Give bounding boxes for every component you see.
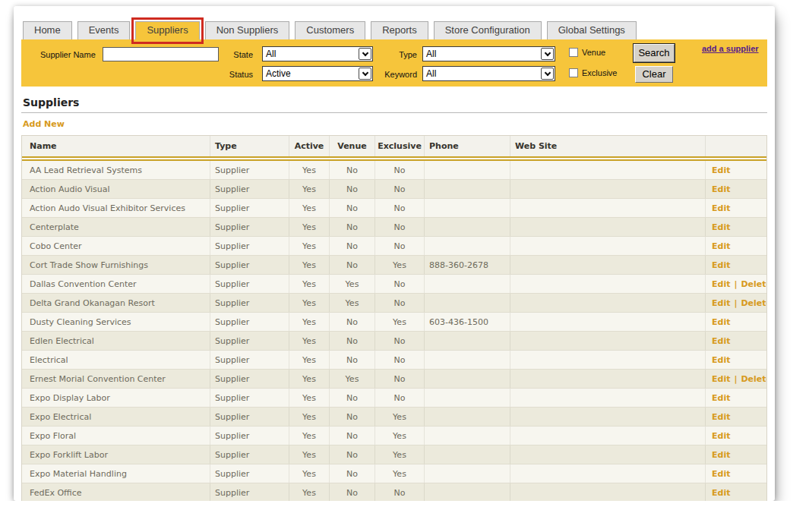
tab-home[interactable]: Home [23,21,72,39]
cell-phone [425,370,510,388]
search-button[interactable]: Search [634,44,675,62]
state-select[interactable]: All [262,46,373,61]
edit-link[interactable]: Edit [712,165,730,175]
cell-phone [425,351,510,369]
edit-link[interactable]: Edit [712,203,730,213]
edit-link[interactable]: Edit [712,222,730,232]
edit-link[interactable]: Edit [712,431,730,441]
edit-link[interactable]: Edit [712,317,730,327]
cell-exclusive: Yes [375,427,425,445]
cell-active: Yes [289,294,330,312]
supplier-name-input[interactable] [103,47,219,61]
cell-actions: Edit|Delete [706,275,766,293]
tab-customers[interactable]: Customers [295,21,365,39]
cell-active: Yes [289,483,330,501]
cell-website [510,294,706,312]
edit-link[interactable]: Edit [712,298,730,308]
table-row: AA Lead Retrieval Systems Supplier Yes N… [22,161,766,180]
table-row: Ernest Morial Convention Center Supplier… [22,370,766,389]
edit-link[interactable]: Edit [712,450,730,460]
edit-link[interactable]: Edit [712,374,730,384]
keyword-select[interactable]: All [422,66,555,81]
cell-exclusive: No [375,389,425,407]
tab-events[interactable]: Events [77,21,131,39]
venue-checkbox[interactable]: Venue [569,48,605,57]
cell-venue: No [330,256,375,274]
supplier-name-label: Supplier Name [40,50,96,59]
page-title: Suppliers [23,96,767,109]
cell-phone [425,332,510,350]
table-header-row: NameTypeActiveVenueExclusivePhoneWeb Sit… [22,136,766,156]
cell-name: Delta Grand Okanagan Resort [22,294,210,312]
table-row: Action Audio Visual Supplier Yes No No E… [22,180,766,199]
status-label: Status [215,70,253,79]
cell-name: Expo Material Handling [22,464,210,483]
cell-website [510,237,706,255]
cell-active: Yes [289,332,330,350]
cell-website [510,464,706,483]
cell-name: AA Lead Retrieval Systems [22,161,210,179]
cell-name: Electrical [22,351,210,369]
chevron-down-icon [541,68,554,80]
exclusive-checkbox-box[interactable] [569,68,578,77]
action-separator: | [734,298,737,308]
table-row: Edlen Electrical Supplier Yes No No Edit [22,332,766,351]
delete-link[interactable]: Delete [741,279,766,289]
cell-actions: Edit [706,408,766,426]
cell-exclusive: Yes [375,313,425,331]
tab-reports[interactable]: Reports [371,21,428,39]
cell-actions: Edit [706,180,766,198]
edit-link[interactable]: Edit [712,260,730,270]
edit-link[interactable]: Edit [712,336,730,346]
cell-venue: No [330,180,375,198]
edit-link[interactable]: Edit [712,469,730,479]
type-label: Type [377,50,417,59]
cell-exclusive: No [375,483,425,501]
cell-venue: Yes [330,275,375,293]
add-a-supplier-link[interactable]: add a supplier [702,44,759,53]
cell-type: Supplier [210,313,289,331]
table-row: Electrical Supplier Yes No No Edit [22,351,766,370]
cell-venue: No [330,445,375,464]
edit-link[interactable]: Edit [712,355,730,365]
cell-website [510,218,706,236]
tab-global-settings[interactable]: Global Settings [547,21,637,39]
cell-actions: Edit [706,464,766,483]
cell-exclusive: Yes [375,464,425,483]
cell-active: Yes [289,408,330,426]
tab-non-suppliers[interactable]: Non Suppliers [205,21,290,39]
edit-link[interactable]: Edit [712,184,730,194]
type-select-value: All [426,49,436,59]
edit-link[interactable]: Edit [712,393,730,403]
cell-exclusive: Yes [375,256,425,274]
cell-active: Yes [289,427,330,445]
edit-link[interactable]: Edit [712,412,730,422]
supplier-filter-bar: Supplier Name State All Status Active Ty… [21,39,767,87]
cell-venue: No [330,483,375,501]
cell-active: Yes [289,464,330,483]
edit-link[interactable]: Edit [712,241,730,251]
cell-phone: 888-360-2678 [425,256,510,274]
exclusive-checkbox[interactable]: Exclusive [569,68,617,77]
edit-link[interactable]: Edit [712,488,730,498]
cell-venue: No [330,389,375,407]
cell-name: Expo Forklift Labor [22,445,210,464]
delete-link[interactable]: Delete [741,374,766,384]
status-select[interactable]: Active [262,66,373,81]
tab-store-configuration[interactable]: Store Configuration [434,21,542,39]
cell-phone [425,294,510,312]
type-select[interactable]: All [422,46,555,61]
clear-button[interactable]: Clear [635,66,673,83]
edit-link[interactable]: Edit [712,279,730,289]
cell-exclusive: No [375,237,425,255]
tab-suppliers[interactable]: Suppliers [135,21,199,39]
venue-checkbox-box[interactable] [569,48,578,57]
add-new-link[interactable]: Add New [23,119,65,129]
cell-type: Supplier [210,199,289,217]
cell-actions: Edit [706,389,766,407]
cell-exclusive: Yes [375,408,425,426]
cell-active: Yes [289,256,330,274]
cell-name: Dallas Convention Center [22,275,210,293]
delete-link[interactable]: Delete [741,298,766,308]
table-row: Delta Grand Okanagan Resort Supplier Yes… [22,294,766,313]
